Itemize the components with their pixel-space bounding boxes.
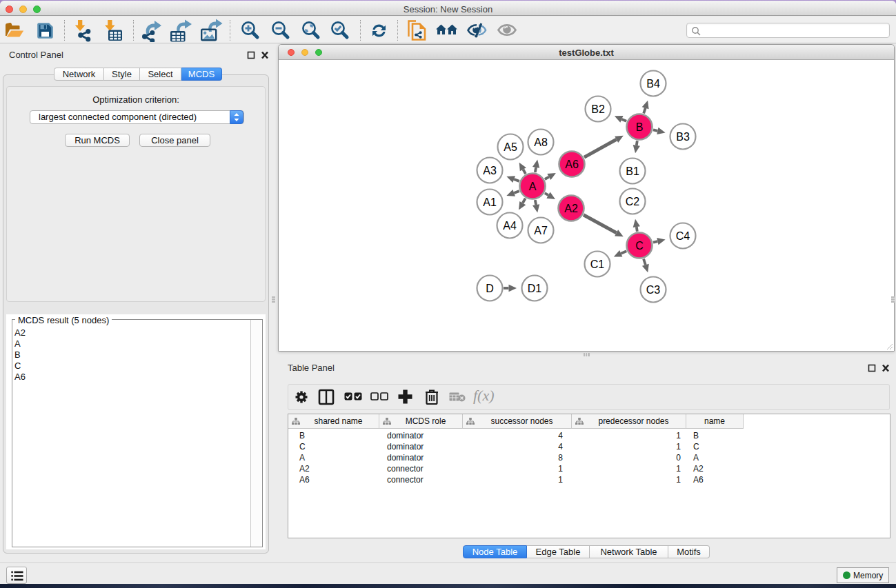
svg-text:B4: B4 — [646, 78, 660, 90]
svg-text:B3: B3 — [676, 131, 690, 143]
svg-text:A8: A8 — [534, 136, 548, 148]
svg-text:A5: A5 — [504, 141, 517, 153]
svg-text:A3: A3 — [483, 165, 497, 176]
svg-text:A: A — [529, 181, 537, 192]
svg-text:A7: A7 — [534, 225, 548, 236]
svg-text:A1: A1 — [483, 196, 497, 208]
svg-text:B: B — [636, 121, 644, 133]
svg-text:A2: A2 — [564, 203, 578, 214]
svg-text:A4: A4 — [503, 220, 517, 232]
svg-text:C: C — [635, 240, 644, 252]
svg-text:D1: D1 — [528, 283, 542, 294]
svg-text:D: D — [486, 283, 494, 294]
svg-text:C4: C4 — [676, 230, 690, 242]
svg-text:C1: C1 — [590, 258, 605, 270]
svg-text:A6: A6 — [565, 159, 579, 170]
svg-text:B2: B2 — [591, 103, 605, 115]
svg-text:C2: C2 — [626, 196, 640, 207]
svg-text:B1: B1 — [626, 165, 639, 177]
svg-text:C3: C3 — [646, 284, 661, 296]
